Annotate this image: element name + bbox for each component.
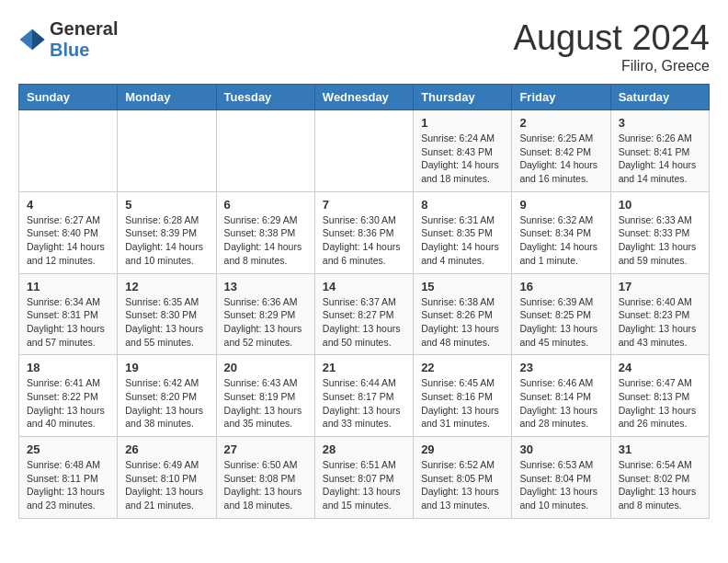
day-cell: 18Sunrise: 6:41 AM Sunset: 8:22 PM Dayli… [19, 355, 118, 437]
day-number: 26 [125, 442, 208, 456]
day-cell [118, 110, 216, 192]
column-header-wednesday: Wednesday [314, 85, 413, 110]
day-info: Sunrise: 6:51 AM Sunset: 8:07 PM Dayligh… [323, 458, 405, 512]
logo-icon [18, 26, 46, 53]
day-number: 25 [27, 442, 109, 456]
day-cell: 29Sunrise: 6:52 AM Sunset: 8:05 PM Dayli… [414, 437, 512, 519]
day-cell [314, 110, 413, 192]
day-number: 14 [323, 280, 405, 293]
title-block: August 2024 Filiro, Greece [514, 18, 710, 75]
day-info: Sunrise: 6:25 AM Sunset: 8:42 PM Dayligh… [519, 132, 602, 186]
day-info: Sunrise: 6:37 AM Sunset: 8:27 PM Dayligh… [323, 295, 405, 350]
day-cell: 6Sunrise: 6:29 AM Sunset: 8:38 PM Daylig… [216, 191, 314, 273]
week-row-2: 4Sunrise: 6:27 AM Sunset: 8:40 PM Daylig… [19, 191, 710, 273]
day-number: 5 [125, 198, 208, 212]
day-info: Sunrise: 6:38 AM Sunset: 8:26 PM Dayligh… [421, 295, 504, 350]
day-cell: 1Sunrise: 6:24 AM Sunset: 8:43 PM Daylig… [414, 110, 512, 192]
day-info: Sunrise: 6:47 AM Sunset: 8:13 PM Dayligh… [619, 376, 701, 431]
calendar-header-row: SundayMondayTuesdayWednesdayThursdayFrid… [19, 85, 710, 110]
day-cell: 24Sunrise: 6:47 AM Sunset: 8:13 PM Dayli… [610, 355, 709, 437]
month-year: August 2024 [514, 18, 710, 58]
day-info: Sunrise: 6:33 AM Sunset: 8:33 PM Dayligh… [619, 213, 701, 268]
day-cell: 15Sunrise: 6:38 AM Sunset: 8:26 PM Dayli… [414, 273, 512, 355]
day-number: 6 [224, 198, 307, 212]
week-row-3: 11Sunrise: 6:34 AM Sunset: 8:31 PM Dayli… [19, 273, 710, 355]
day-info: Sunrise: 6:27 AM Sunset: 8:40 PM Dayligh… [27, 213, 109, 268]
column-header-monday: Monday [118, 85, 216, 110]
day-number: 21 [323, 361, 405, 374]
day-number: 13 [224, 280, 307, 293]
day-cell: 23Sunrise: 6:46 AM Sunset: 8:14 PM Dayli… [512, 355, 610, 437]
day-number: 31 [619, 442, 701, 456]
day-cell: 7Sunrise: 6:30 AM Sunset: 8:36 PM Daylig… [314, 191, 413, 273]
day-info: Sunrise: 6:32 AM Sunset: 8:34 PM Dayligh… [519, 213, 602, 268]
day-number: 29 [421, 442, 504, 456]
day-info: Sunrise: 6:39 AM Sunset: 8:25 PM Dayligh… [519, 295, 602, 350]
day-cell: 30Sunrise: 6:53 AM Sunset: 8:04 PM Dayli… [512, 437, 610, 519]
day-cell: 14Sunrise: 6:37 AM Sunset: 8:27 PM Dayli… [314, 273, 413, 355]
day-info: Sunrise: 6:28 AM Sunset: 8:39 PM Dayligh… [125, 213, 208, 268]
day-info: Sunrise: 6:30 AM Sunset: 8:36 PM Dayligh… [323, 213, 405, 268]
day-info: Sunrise: 6:41 AM Sunset: 8:22 PM Dayligh… [27, 376, 109, 431]
day-cell: 4Sunrise: 6:27 AM Sunset: 8:40 PM Daylig… [19, 191, 118, 273]
day-cell: 27Sunrise: 6:50 AM Sunset: 8:08 PM Dayli… [216, 437, 314, 519]
day-cell: 16Sunrise: 6:39 AM Sunset: 8:25 PM Dayli… [512, 273, 610, 355]
day-cell: 10Sunrise: 6:33 AM Sunset: 8:33 PM Dayli… [610, 191, 709, 273]
location: Filiro, Greece [514, 58, 710, 75]
day-cell: 5Sunrise: 6:28 AM Sunset: 8:39 PM Daylig… [118, 191, 216, 273]
day-cell: 11Sunrise: 6:34 AM Sunset: 8:31 PM Dayli… [19, 273, 118, 355]
day-info: Sunrise: 6:40 AM Sunset: 8:23 PM Dayligh… [619, 295, 701, 350]
day-info: Sunrise: 6:36 AM Sunset: 8:29 PM Dayligh… [224, 295, 307, 350]
day-info: Sunrise: 6:43 AM Sunset: 8:19 PM Dayligh… [224, 376, 307, 431]
day-cell: 17Sunrise: 6:40 AM Sunset: 8:23 PM Dayli… [610, 273, 709, 355]
day-number: 19 [125, 361, 208, 374]
day-number: 22 [421, 361, 504, 374]
day-number: 20 [224, 361, 307, 374]
column-header-friday: Friday [512, 85, 610, 110]
day-info: Sunrise: 6:42 AM Sunset: 8:20 PM Dayligh… [125, 376, 208, 431]
day-cell: 8Sunrise: 6:31 AM Sunset: 8:35 PM Daylig… [414, 191, 512, 273]
day-info: Sunrise: 6:46 AM Sunset: 8:14 PM Dayligh… [519, 376, 602, 431]
day-number: 11 [27, 280, 109, 293]
day-number: 30 [519, 442, 602, 456]
column-header-saturday: Saturday [610, 85, 709, 110]
column-header-sunday: Sunday [19, 85, 118, 110]
day-info: Sunrise: 6:26 AM Sunset: 8:41 PM Dayligh… [619, 132, 701, 186]
day-info: Sunrise: 6:35 AM Sunset: 8:30 PM Dayligh… [125, 295, 208, 350]
column-header-tuesday: Tuesday [216, 85, 314, 110]
day-cell [19, 110, 118, 192]
day-number: 3 [619, 116, 701, 130]
day-info: Sunrise: 6:48 AM Sunset: 8:11 PM Dayligh… [27, 458, 109, 512]
day-cell: 28Sunrise: 6:51 AM Sunset: 8:07 PM Dayli… [314, 437, 413, 519]
day-cell: 3Sunrise: 6:26 AM Sunset: 8:41 PM Daylig… [610, 110, 709, 192]
week-row-5: 25Sunrise: 6:48 AM Sunset: 8:11 PM Dayli… [19, 437, 710, 519]
day-cell: 20Sunrise: 6:43 AM Sunset: 8:19 PM Dayli… [216, 355, 314, 437]
day-info: Sunrise: 6:49 AM Sunset: 8:10 PM Dayligh… [125, 458, 208, 512]
day-info: Sunrise: 6:45 AM Sunset: 8:16 PM Dayligh… [421, 376, 504, 431]
day-info: Sunrise: 6:44 AM Sunset: 8:17 PM Dayligh… [323, 376, 405, 431]
day-number: 15 [421, 280, 504, 293]
page-header: General Blue August 2024 Filiro, Greece [18, 18, 710, 75]
day-number: 16 [519, 280, 602, 293]
day-info: Sunrise: 6:53 AM Sunset: 8:04 PM Dayligh… [519, 458, 602, 512]
logo: General Blue [18, 18, 118, 61]
day-cell: 19Sunrise: 6:42 AM Sunset: 8:20 PM Dayli… [118, 355, 216, 437]
day-number: 9 [519, 198, 602, 212]
day-info: Sunrise: 6:50 AM Sunset: 8:08 PM Dayligh… [224, 458, 307, 512]
calendar-table: SundayMondayTuesdayWednesdayThursdayFrid… [18, 84, 710, 519]
day-number: 7 [323, 198, 405, 212]
logo-general-text: General [50, 18, 118, 40]
day-info: Sunrise: 6:31 AM Sunset: 8:35 PM Dayligh… [421, 213, 504, 268]
day-cell: 21Sunrise: 6:44 AM Sunset: 8:17 PM Dayli… [314, 355, 413, 437]
day-cell: 22Sunrise: 6:45 AM Sunset: 8:16 PM Dayli… [414, 355, 512, 437]
day-number: 8 [421, 198, 504, 212]
day-info: Sunrise: 6:29 AM Sunset: 8:38 PM Dayligh… [224, 213, 307, 268]
day-info: Sunrise: 6:52 AM Sunset: 8:05 PM Dayligh… [421, 458, 504, 512]
day-number: 28 [323, 442, 405, 456]
day-cell: 25Sunrise: 6:48 AM Sunset: 8:11 PM Dayli… [19, 437, 118, 519]
day-number: 27 [224, 442, 307, 456]
week-row-4: 18Sunrise: 6:41 AM Sunset: 8:22 PM Dayli… [19, 355, 710, 437]
day-number: 17 [619, 280, 701, 293]
day-number: 4 [27, 198, 109, 212]
week-row-1: 1Sunrise: 6:24 AM Sunset: 8:43 PM Daylig… [19, 110, 710, 192]
